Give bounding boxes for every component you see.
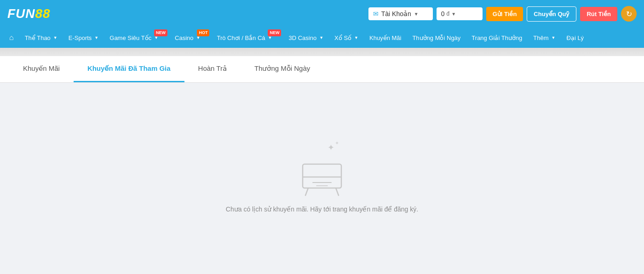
account-section: ✉ Tài Khoản ▼ 0 đ ▼ Gửi Tiền Chuyển Quỹ … xyxy=(368,6,637,22)
nav-e-sports-label: E-Sports xyxy=(69,34,92,41)
nav-thuong-moi-ngay[interactable]: Thưởng Mỗi Ngày xyxy=(407,28,466,48)
rut-tien-button[interactable]: Rút Tiền xyxy=(580,7,617,21)
navbar: ⌂ Thể Thao ▼ E-Sports ▼ Game Siêu Tốc ▼ … xyxy=(0,28,644,48)
nav-them-label: Thêm xyxy=(533,34,548,41)
them-arrow-icon: ▼ xyxy=(552,35,556,40)
nav-tro-choi-label: Trò Chơi / Bắn Cá xyxy=(217,34,265,41)
logo-fun: FUN xyxy=(7,6,35,21)
chuyen-quy-button[interactable]: Chuyển Quỹ xyxy=(527,6,576,22)
home-icon: ⌂ xyxy=(9,34,14,42)
nav-trang-giai-thuong-label: Trang Giải Thưởng xyxy=(472,34,522,41)
banner-strip xyxy=(0,48,644,56)
3d-casino-arrow-icon: ▼ xyxy=(319,35,323,40)
nav-them[interactable]: Thêm ▼ xyxy=(528,28,561,48)
refresh-button[interactable]: ↻ xyxy=(621,6,637,22)
nav-game-sieu-toc-label: Game Siêu Tốc xyxy=(109,34,151,41)
tro-choi-badge: NEW xyxy=(268,29,281,36)
xo-so-arrow-icon: ▼ xyxy=(354,35,358,40)
svg-rect-2 xyxy=(303,164,341,188)
the-thao-arrow-icon: ▼ xyxy=(53,35,58,40)
svg-line-4 xyxy=(305,188,308,195)
logo[interactable]: FUN88 xyxy=(7,6,51,21)
account-dropdown[interactable]: ✉ Tài Khoản ▼ xyxy=(368,7,433,20)
nav-dai-ly[interactable]: Đại Lý xyxy=(561,28,590,48)
balance-value: 0 xyxy=(441,10,445,17)
nav-tro-choi[interactable]: Trò Chơi / Bắn Cá ▼ NEW xyxy=(211,28,283,48)
nav-3d-casino-label: 3D Casino xyxy=(288,34,316,41)
casino-badge: HOT xyxy=(197,29,209,36)
nav-home[interactable]: ⌂ xyxy=(4,28,19,48)
tab-thuong-moi-ngay-label: Thưởng Mỗi Ngày xyxy=(254,64,310,72)
envelope-icon: ✉ xyxy=(373,10,379,17)
balance-arrow-icon: ▼ xyxy=(451,11,456,17)
empty-state: ✦ ✦ Chưa có lịch sử khuyến mãi. Hãy tới … xyxy=(226,137,418,213)
nav-thuong-moi-ngay-label: Thưởng Mỗi Ngày xyxy=(412,34,460,41)
main-content: ✦ ✦ Chưa có lịch sử khuyến mãi. Hãy tới … xyxy=(0,83,644,267)
refresh-icon: ↻ xyxy=(626,10,632,18)
tab-hoan-tra[interactable]: Hoàn Trả xyxy=(184,56,241,82)
nav-xo-so[interactable]: Xổ Số ▼ xyxy=(329,28,364,48)
nav-the-thao-label: Thể Thao xyxy=(25,34,51,41)
nav-casino-label: Casino xyxy=(175,34,193,41)
tab-thuong-moi-ngay[interactable]: Thưởng Mỗi Ngày xyxy=(241,56,324,82)
tab-khuyen-mai-da-tham-gia[interactable]: Khuyến Mãi Đã Tham Gia xyxy=(74,56,184,82)
logo-num: 88 xyxy=(35,6,51,21)
tabs-container: Khuyến Mãi Khuyến Mãi Đã Tham Gia Hoàn T… xyxy=(0,56,644,82)
svg-text:✦: ✦ xyxy=(335,140,339,146)
nav-the-thao[interactable]: Thể Thao ▼ xyxy=(19,28,63,48)
nav-3d-casino[interactable]: 3D Casino ▼ xyxy=(283,28,329,48)
empty-illustration: ✦ ✦ xyxy=(294,137,350,196)
nav-xo-so-label: Xổ Số xyxy=(334,34,351,41)
nav-e-sports[interactable]: E-Sports ▼ xyxy=(63,28,104,48)
nav-dai-ly-label: Đại Lý xyxy=(567,34,584,41)
e-sports-arrow-icon: ▼ xyxy=(94,35,98,40)
account-arrow-icon: ▼ xyxy=(414,11,419,17)
tab-khuyen-mai[interactable]: Khuyến Mãi xyxy=(9,56,74,82)
tab-hoan-tra-label: Hoàn Trả xyxy=(198,64,227,72)
nav-casino[interactable]: Casino ▼ HOT xyxy=(169,28,211,48)
empty-message: Chưa có lịch sử khuyến mãi. Hãy tới tran… xyxy=(226,206,418,213)
nav-game-sieu-toc[interactable]: Game Siêu Tốc ▼ NEW xyxy=(104,28,169,48)
nav-khuyen-mai-label: Khuyến Mãi xyxy=(369,34,401,41)
tab-khuyen-mai-da-tham-gia-label: Khuyến Mãi Đã Tham Gia xyxy=(87,64,171,72)
gui-tien-button[interactable]: Gửi Tiền xyxy=(486,7,523,21)
currency-symbol: đ xyxy=(447,11,450,17)
svg-line-5 xyxy=(336,188,339,195)
balance-dropdown[interactable]: 0 đ ▼ xyxy=(437,7,483,20)
nav-trang-giai-thuong[interactable]: Trang Giải Thưởng xyxy=(466,28,528,48)
account-label: Tài Khoản xyxy=(381,10,411,17)
header: FUN88 ✉ Tài Khoản ▼ 0 đ ▼ Gửi Tiền Chuyể… xyxy=(0,0,644,28)
tabs-section: Khuyến Mãi Khuyến Mãi Đã Tham Gia Hoàn T… xyxy=(0,56,644,83)
tab-khuyen-mai-label: Khuyến Mãi xyxy=(23,64,60,72)
svg-text:✦: ✦ xyxy=(328,143,334,152)
nav-khuyen-mai[interactable]: Khuyến Mãi xyxy=(364,28,407,48)
game-sieu-toc-badge: NEW xyxy=(154,29,167,36)
